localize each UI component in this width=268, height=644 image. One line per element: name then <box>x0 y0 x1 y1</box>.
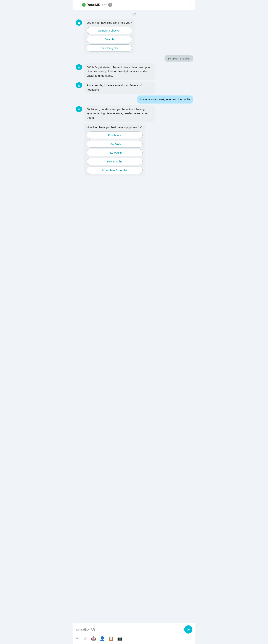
header-title-area: ✓ Your.MD bot ✓ <box>82 3 188 7</box>
contact-icon[interactable]: 👤 <box>100 636 105 641</box>
bot-avatar-3: ✿ <box>75 82 83 89</box>
user-message-1: I have a sore throat, fever and headache <box>75 96 193 104</box>
bot-message-4: ✿ Ok lei yao, I understand you have the … <box>75 106 193 122</box>
option-few-days[interactable]: Few days <box>87 140 142 148</box>
option-something-else[interactable]: Something else <box>87 44 132 52</box>
user-reply-bubble-1: Symptom checker <box>164 56 193 62</box>
camera-icon[interactable]: 📷 <box>117 636 122 641</box>
bot-text-1: OK lei yao, how else can I help you? <box>87 21 132 25</box>
bot-face-icon[interactable]: 🤖 <box>91 636 96 641</box>
header: ← ✓ Your.MD bot ✓ ⋮ <box>73 0 195 10</box>
svg-text:✿: ✿ <box>78 21 80 24</box>
bot-bubble-3: For example, 'I have a sore throat, feve… <box>84 82 155 94</box>
option-symptom-checker[interactable]: Symptom checker <box>87 27 132 34</box>
status-online-icon: ✓ <box>82 3 86 7</box>
more-options-button[interactable]: ⋮ <box>188 2 192 7</box>
bot-text-5: How long have you had these symptoms for… <box>87 125 142 130</box>
back-button[interactable]: ← <box>76 2 80 8</box>
send-button[interactable]: ➤ <box>184 625 192 634</box>
option-few-months[interactable]: Few months <box>87 158 142 165</box>
send-icon: ➤ <box>187 628 190 632</box>
chat-area: 今天 ✿ OK lei yao, how else can I help you… <box>73 10 195 623</box>
date-label: 今天 <box>75 13 193 16</box>
option-few-hours[interactable]: Few hours <box>87 132 142 139</box>
bot-avatar: ✿ <box>75 19 83 26</box>
bot-bubble-2: OK, let's get started. Try and give a cl… <box>84 64 155 80</box>
svg-text:✿: ✿ <box>78 66 80 69</box>
verified-badge-icon: ✓ <box>108 3 112 7</box>
toolbar-row: A| ☺ 🤖 👤 📋 📷 <box>76 636 192 642</box>
svg-text:✿: ✿ <box>78 108 80 111</box>
bot-bubble-options-2: How long have you had these symptoms for… <box>84 124 145 176</box>
option-few-weeks[interactable]: Few weeks <box>87 149 142 156</box>
bot-message-3: ✿ For example, 'I have a sore throat, fe… <box>75 82 193 94</box>
bot-bubble-4: Ok lei yao, I understand you have the fo… <box>84 106 155 122</box>
bot-message-1: ✿ OK lei yao, how else can I help you? S… <box>75 19 193 54</box>
svg-text:✿: ✿ <box>78 84 80 87</box>
user-bubble-1: I have a sore throat, fever and headache <box>137 96 193 104</box>
bot-message-5: How long have you had these symptoms for… <box>75 124 193 176</box>
user-reply-1: Symptom checker <box>75 56 193 62</box>
bot-avatar-2: ✿ <box>75 64 83 71</box>
bot-avatar-4: ✿ <box>75 106 83 113</box>
option-search[interactable]: Search <box>87 36 132 43</box>
input-row: ➤ <box>76 625 192 634</box>
option-more-than-3-months[interactable]: More than 3 months <box>87 166 142 174</box>
header-title: Your.MD bot <box>87 3 107 7</box>
text-format-icon[interactable]: A| <box>76 636 79 641</box>
bot-message-2: ✿ OK, let's get started. Try and give a … <box>75 64 193 80</box>
emoji-icon[interactable]: ☺ <box>83 636 87 641</box>
document-icon[interactable]: 📋 <box>109 636 114 641</box>
input-area: ➤ A| ☺ 🤖 👤 📋 📷 <box>73 623 195 644</box>
bot-bubble-options-1: OK lei yao, how else can I help you? Sym… <box>84 19 134 54</box>
message-input[interactable] <box>76 628 182 631</box>
